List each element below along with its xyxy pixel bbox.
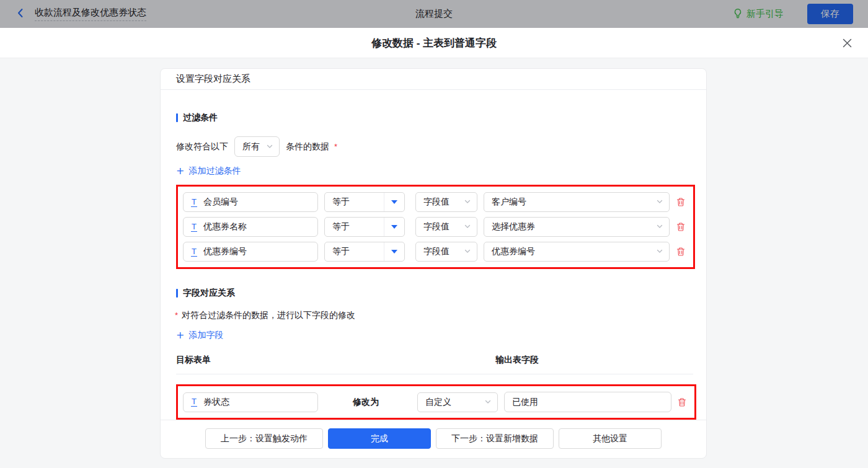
modal-header: 修改数据 - 主表到普通字段 — [0, 28, 868, 58]
operator-select[interactable]: 等于 — [324, 242, 405, 262]
mapping-table-header: 目标表单 输出表字段 — [176, 355, 693, 374]
modify-mode-select[interactable]: 自定义 — [417, 392, 498, 412]
caret-down-icon — [384, 242, 404, 261]
section-bar — [176, 113, 178, 122]
filter-condition-row: T 优惠券编号 等于 字段值 优惠券编号 — [183, 242, 688, 262]
required-mark: * — [334, 142, 337, 151]
value-select[interactable]: 选择优惠券 — [484, 217, 670, 237]
text-field-icon: T — [191, 247, 197, 257]
beginner-guide-link[interactable]: 新手引导 — [733, 8, 784, 20]
highlight-box-filter-conditions: T 会员编号 等于 字段值 客户编号 — [176, 185, 695, 269]
chevron-down-icon — [656, 247, 663, 257]
add-field-link[interactable]: + 添加字段 — [176, 330, 223, 341]
done-button[interactable]: 完成 — [328, 428, 431, 449]
topbar: 收款流程及修改优惠券状态 流程提交 新手引导 保存 — [0, 0, 868, 28]
modal-title: 修改数据 - 主表到普通字段 — [371, 36, 497, 50]
delete-mapping-icon[interactable] — [677, 397, 687, 407]
text-field-icon: T — [191, 198, 197, 207]
save-button[interactable]: 保存 — [807, 4, 853, 24]
modify-to-label: 修改为 — [353, 397, 379, 408]
next-step-button[interactable]: 下一步：设置新增数据 — [436, 428, 554, 449]
sentence-prefix: 修改符合以下 — [176, 141, 228, 152]
chevron-down-icon — [464, 247, 471, 257]
delete-condition-icon[interactable] — [676, 222, 686, 232]
modify-value-input[interactable]: 已使用 — [504, 392, 671, 412]
value-type-select[interactable]: 字段值 — [415, 217, 477, 237]
section-bar — [176, 289, 178, 298]
value-type-select[interactable]: 字段值 — [415, 192, 477, 212]
panel-header: 设置字段对应关系 — [161, 69, 706, 90]
filter-condition-row: T 优惠券名称 等于 字段值 选择优惠券 — [183, 217, 688, 237]
text-field-icon: T — [191, 223, 197, 232]
value-select[interactable]: 优惠券编号 — [484, 242, 670, 262]
value-value: 客户编号 — [492, 196, 526, 208]
mapping-field-input[interactable]: T 券状态 — [183, 392, 318, 412]
beginner-guide-label: 新手引导 — [746, 8, 784, 20]
match-mode-select[interactable]: 所有 — [234, 136, 280, 157]
other-settings-button[interactable]: 其他设置 — [559, 428, 662, 449]
operator-select[interactable]: 等于 — [324, 192, 405, 212]
plus-icon: + — [176, 166, 184, 176]
field-mapping-panel: 设置字段对应关系 过滤条件 修改符合以下 所有 条件的数据 * — [160, 68, 707, 459]
condition-field-input[interactable]: T 优惠券编号 — [183, 242, 318, 262]
delete-condition-icon[interactable] — [676, 197, 686, 207]
add-filter-condition-link[interactable]: + 添加过滤条件 — [176, 166, 241, 177]
condition-field-value: 优惠券名称 — [203, 221, 247, 232]
filter-condition-row: T 会员编号 等于 字段值 客户编号 — [183, 192, 688, 212]
chevron-down-icon — [266, 142, 273, 152]
page-title: 流程提交 — [0, 8, 868, 20]
text-field-icon: T — [191, 397, 197, 407]
operator-select[interactable]: 等于 — [324, 217, 405, 237]
back-button[interactable] — [15, 7, 26, 20]
required-mark: * — [175, 311, 178, 320]
modal-body: 设置字段对应关系 过滤条件 修改符合以下 所有 条件的数据 * — [0, 58, 868, 468]
flow-title[interactable]: 收款流程及修改优惠券状态 — [35, 7, 146, 21]
delete-condition-icon[interactable] — [676, 247, 686, 257]
sentence-suffix: 条件的数据 — [286, 141, 329, 152]
field-mapping-row: T 券状态 修改为 自定义 已使用 — [183, 392, 689, 412]
close-icon[interactable] — [840, 36, 854, 50]
mapping-description: * 对符合过滤条件的数据，进行以下字段的修改 — [176, 310, 693, 321]
prev-step-button[interactable]: 上一步：设置触发动作 — [205, 428, 323, 449]
mapping-section-title: 字段对应关系 — [176, 288, 693, 299]
column-header-output-field: 输出表字段 — [495, 355, 539, 366]
condition-field-input[interactable]: T 优惠券名称 — [183, 217, 318, 237]
column-header-target-form: 目标表单 — [176, 355, 211, 366]
value-type-select[interactable]: 字段值 — [415, 242, 477, 262]
modify-value-text: 已使用 — [512, 397, 538, 408]
filter-section-title: 过滤条件 — [176, 112, 693, 123]
panel-footer: 上一步：设置触发动作 完成 下一步：设置新增数据 其他设置 — [161, 420, 706, 458]
chevron-left-icon — [15, 7, 26, 20]
highlight-box-field-mapping: T 券状态 修改为 自定义 已使用 — [176, 384, 696, 420]
chevron-down-icon — [656, 222, 663, 232]
mapping-field-value: 券状态 — [203, 397, 229, 408]
chevron-down-icon — [464, 222, 471, 232]
match-mode-value: 所有 — [242, 141, 260, 152]
chevron-down-icon — [656, 197, 663, 207]
operator-value: 等于 — [325, 196, 384, 208]
value-type-value: 字段值 — [423, 221, 450, 232]
value-value: 选择优惠券 — [492, 221, 535, 232]
condition-field-input[interactable]: T 会员编号 — [183, 192, 318, 212]
value-value: 优惠券编号 — [492, 246, 535, 257]
operator-value: 等于 — [325, 221, 384, 232]
filter-match-sentence: 修改符合以下 所有 条件的数据 * — [176, 136, 693, 157]
operator-value: 等于 — [325, 246, 384, 257]
caret-down-icon — [384, 218, 404, 236]
lightbulb-icon — [733, 8, 743, 20]
caret-down-icon — [384, 193, 404, 211]
value-type-value: 字段值 — [423, 196, 450, 208]
value-select[interactable]: 客户编号 — [484, 192, 670, 212]
chevron-down-icon — [464, 197, 471, 207]
condition-field-value: 优惠券编号 — [203, 246, 247, 257]
plus-icon: + — [176, 330, 184, 340]
condition-field-value: 会员编号 — [203, 196, 238, 208]
value-type-value: 字段值 — [423, 246, 450, 257]
chevron-down-icon — [484, 397, 492, 407]
modify-mode-value: 自定义 — [425, 397, 451, 408]
